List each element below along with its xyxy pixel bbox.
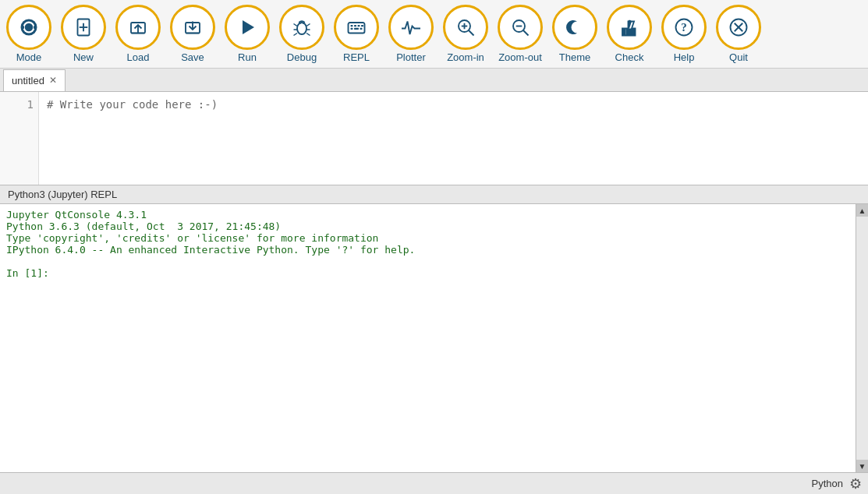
repl-label: REPL — [343, 51, 370, 63]
scroll-up-button[interactable]: ▲ — [856, 204, 869, 217]
toolbar: Mode New Load — [0, 0, 868, 69]
svg-rect-26 — [354, 25, 356, 26]
quit-label: Quit — [729, 51, 748, 63]
svg-rect-30 — [360, 28, 363, 30]
svg-marker-14 — [243, 20, 254, 34]
line-numbers: 1 — [0, 92, 39, 185]
editor-area: 1 # Write your code here :-) — [0, 92, 868, 185]
mode-label: Mode — [16, 51, 42, 63]
toolbar-new-button[interactable]: New — [56, 3, 111, 65]
toolbar-load-button[interactable]: Load — [111, 3, 165, 65]
toolbar-repl-button[interactable]: REPL — [329, 3, 384, 65]
repl-icon — [334, 5, 379, 50]
debug-label: Debug — [287, 51, 317, 63]
zoom-in-icon — [443, 5, 488, 50]
zoom-in-label: Zoom-in — [447, 51, 484, 63]
run-label: Run — [238, 51, 257, 63]
repl-scrollbar: ▲ ▼ — [856, 204, 868, 472]
toolbar-theme-button[interactable]: Theme — [547, 3, 602, 65]
save-icon — [170, 5, 215, 50]
code-line-1: # Write your code here :-) — [47, 98, 218, 111]
svg-point-23 — [303, 23, 304, 24]
plotter-icon — [388, 5, 434, 50]
tabs-bar: untitled ✕ — [0, 69, 868, 92]
svg-line-20 — [294, 34, 298, 36]
status-bar: Python ⚙ — [0, 472, 868, 494]
plotter-label: Plotter — [396, 51, 426, 63]
toolbar-quit-button[interactable]: Quit — [711, 3, 766, 65]
toolbar-zoom-out-button[interactable]: Zoom-out — [493, 3, 547, 65]
scroll-down-button[interactable]: ▼ — [856, 460, 869, 472]
repl-content[interactable]: Jupyter QtConsole 4.3.1 Python 3.6.3 (de… — [0, 204, 856, 472]
load-icon — [115, 5, 161, 50]
tab-untitled-label: untitled — [12, 75, 44, 86]
zoom-out-label: Zoom-out — [498, 51, 542, 63]
language-label: Python — [812, 478, 843, 489]
theme-label: Theme — [559, 51, 590, 63]
svg-rect-39 — [622, 29, 626, 36]
toolbar-run-button[interactable]: Run — [220, 3, 275, 65]
svg-line-21 — [306, 34, 310, 36]
toolbar-plotter-button[interactable]: Plotter — [384, 3, 438, 65]
line-number-1: 1 — [5, 98, 34, 111]
settings-gear-icon[interactable]: ⚙ — [849, 475, 862, 492]
svg-point-22 — [299, 23, 301, 24]
load-label: Load — [127, 51, 150, 63]
svg-point-2 — [25, 23, 34, 32]
zoom-out-icon — [498, 5, 543, 50]
svg-line-16 — [294, 24, 298, 26]
svg-rect-4 — [34, 26, 36, 30]
run-icon — [225, 5, 270, 50]
quit-icon — [716, 5, 761, 50]
svg-rect-25 — [351, 25, 353, 26]
svg-rect-29 — [354, 28, 359, 30]
mode-icon — [6, 5, 51, 50]
svg-rect-27 — [358, 25, 360, 26]
repl-header-label: Python3 (Jupyter) REPL — [8, 189, 117, 200]
toolbar-help-button[interactable]: ? Help — [657, 3, 711, 65]
close-tab-icon[interactable]: ✕ — [49, 75, 57, 86]
check-icon — [607, 5, 652, 50]
svg-line-33 — [469, 30, 474, 36]
toolbar-zoom-in-button[interactable]: Zoom-in — [438, 3, 493, 65]
help-label: Help — [674, 51, 695, 63]
new-label: New — [73, 51, 94, 63]
svg-rect-3 — [22, 26, 24, 30]
theme-icon — [552, 5, 597, 50]
svg-text:?: ? — [681, 21, 687, 34]
svg-line-37 — [523, 30, 529, 36]
toolbar-save-button[interactable]: Save — [165, 3, 220, 65]
help-icon: ? — [661, 5, 707, 50]
repl-header: Python3 (Jupyter) REPL — [0, 185, 868, 204]
check-label: Check — [615, 51, 644, 63]
repl-container: Jupyter QtConsole 4.3.1 Python 3.6.3 (de… — [0, 204, 868, 472]
svg-rect-28 — [351, 28, 353, 30]
svg-point-15 — [297, 23, 306, 34]
code-area[interactable]: # Write your code here :-) — [39, 92, 868, 185]
debug-icon — [279, 5, 324, 50]
toolbar-debug-button[interactable]: Debug — [275, 3, 329, 65]
svg-rect-31 — [361, 25, 363, 26]
toolbar-check-button[interactable]: Check — [602, 3, 657, 65]
tab-untitled[interactable]: untitled ✕ — [3, 69, 66, 91]
toolbar-mode-button[interactable]: Mode — [2, 3, 56, 65]
new-icon — [61, 5, 106, 50]
svg-line-17 — [306, 24, 310, 26]
save-label: Save — [181, 51, 204, 63]
